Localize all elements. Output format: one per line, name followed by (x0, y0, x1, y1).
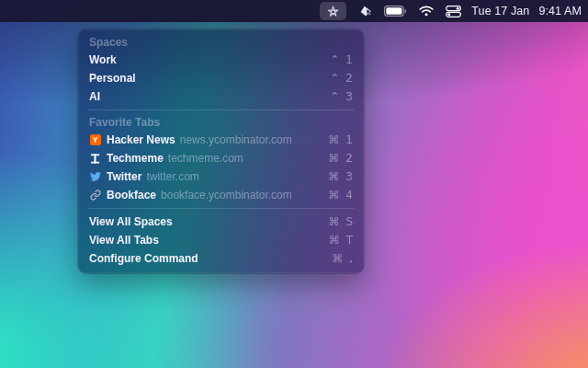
menu-item-label: View All Tabs (89, 234, 159, 247)
menu-item-label: AI (89, 90, 100, 103)
menu-item-label: Bookface (107, 189, 156, 201)
arc-menu-bar-button[interactable] (320, 2, 346, 20)
control-key-icon: ⌃ (330, 72, 339, 85)
arc-logo-icon (326, 5, 340, 18)
shortcut: ⌘ 3 (328, 170, 353, 183)
techmeme-favicon (89, 153, 101, 165)
shortcut: ⌃ 1 (330, 53, 353, 66)
shortcut: ⌘ , (332, 252, 353, 265)
menu-item-label: Twitter (107, 170, 141, 183)
command-key-icon: ⌘ (329, 234, 340, 247)
shortcut: ⌃ 2 (330, 72, 353, 85)
menu-bar-time: 9:41 AM (538, 5, 582, 17)
menu-item-label: Hacker News (107, 133, 175, 146)
menu-item-domain: techmeme.com (168, 152, 243, 165)
menu-item-tab-techmeme[interactable]: Techmeme techmeme.com ⌘ 2 (78, 149, 364, 167)
command-key-icon: ⌘ (332, 252, 343, 265)
menu-item-configure-command[interactable]: Configure Command ⌘ , (78, 249, 364, 268)
section-header-favorite-tabs: Favorite Tabs (78, 114, 364, 131)
menu-item-label: Configure Command (89, 252, 198, 265)
bookface-favicon-link-icon (89, 190, 101, 201)
twitter-favicon (89, 171, 101, 183)
menu-item-label: Work (89, 53, 117, 66)
desktop-wallpaper: Tue 17 Jan 9:41 AM Spaces Work ⌃ 1 Perso… (0, 0, 588, 368)
menu-item-space-ai[interactable]: AI ⌃ 3 (78, 87, 364, 106)
battery-icon[interactable] (384, 2, 407, 20)
menu-item-tab-hacker-news[interactable]: Y Hacker News news.ycombinator.com ⌘ 1 (78, 131, 364, 149)
menu-item-view-all-spaces[interactable]: View All Spaces ⌘ S (78, 213, 364, 231)
shortcut: ⌘ T (329, 234, 353, 247)
shortcut: ⌘ S (328, 215, 353, 228)
command-key-icon: ⌘ (328, 170, 339, 183)
input-source-icon[interactable] (358, 2, 372, 20)
shortcut: ⌘ 4 (328, 189, 353, 201)
control-center-icon[interactable] (446, 2, 461, 20)
menu-item-domain: news.ycombinator.com (180, 133, 292, 146)
section-header-spaces: Spaces (78, 34, 364, 51)
menu-separator (87, 208, 355, 209)
menu-item-domain: twitter.com (146, 170, 198, 183)
menu-item-label: Personal (89, 72, 136, 85)
shortcut: ⌘ 2 (328, 152, 353, 165)
command-key-icon: ⌘ (328, 215, 339, 228)
menu-item-space-personal[interactable]: Personal ⌃ 2 (78, 69, 364, 87)
menu-item-domain: bookface.ycombinator.com (161, 189, 292, 201)
control-key-icon: ⌃ (330, 53, 339, 66)
menu-item-view-all-tabs[interactable]: View All Tabs ⌘ T (78, 231, 364, 249)
command-key-icon: ⌘ (328, 152, 339, 165)
arc-command-menu: Spaces Work ⌃ 1 Personal ⌃ 2 AI ⌃ 3 Favo… (78, 29, 364, 273)
shortcut: ⌘ 1 (328, 133, 353, 146)
command-key-icon: ⌘ (328, 133, 339, 146)
menu-separator (87, 109, 355, 110)
menu-item-label: View All Spaces (89, 215, 173, 228)
menu-item-tab-twitter[interactable]: Twitter twitter.com ⌘ 3 (78, 167, 364, 186)
menu-bar: Tue 17 Jan 9:41 AM (0, 0, 588, 22)
command-key-icon: ⌘ (328, 189, 339, 201)
shortcut: ⌃ 3 (330, 90, 353, 103)
wifi-icon[interactable] (419, 2, 434, 20)
menu-item-space-work[interactable]: Work ⌃ 1 (78, 51, 364, 69)
menu-item-tab-bookface[interactable]: Bookface bookface.ycombinator.com ⌘ 4 (78, 186, 364, 204)
menu-item-label: Techmeme (107, 152, 164, 165)
hacker-news-favicon: Y (89, 134, 101, 146)
menu-bar-clock[interactable]: Tue 17 Jan 9:41 AM (471, 2, 582, 20)
control-key-icon: ⌃ (330, 90, 339, 103)
menu-bar-date: Tue 17 Jan (471, 5, 529, 17)
